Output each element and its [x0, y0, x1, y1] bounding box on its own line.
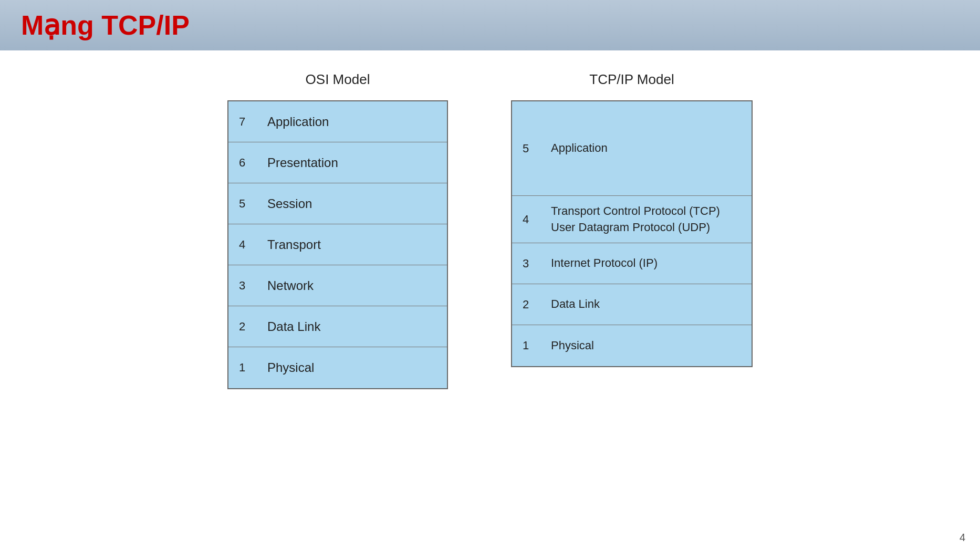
osi-layer-row: 4 Transport [228, 224, 447, 265]
tcpip-layer-row: 2 Data Link [512, 284, 752, 325]
header-banner: Mạng TCP/IP [0, 0, 980, 50]
osi-layer-num: 6 [239, 156, 258, 170]
osi-layer-name: Data Link [267, 319, 320, 334]
tcpip-layer-name: Data Link [551, 296, 600, 313]
tcpip-layer-row: 3 Internet Protocol (IP) [512, 243, 752, 284]
tcpip-layer-name: Physical [551, 338, 594, 354]
page-title: Mạng TCP/IP [21, 10, 190, 40]
tcpip-model-title: TCP/IP Model [589, 71, 674, 88]
page-number: 4 [960, 532, 965, 544]
osi-layer-row: 2 Data Link [228, 306, 447, 347]
osi-layer-name: Network [267, 278, 314, 293]
tcpip-layer-row: 5 Application [512, 101, 752, 196]
osi-layer-name: Application [267, 115, 329, 129]
tcpip-layer-name: Application [551, 140, 608, 157]
tcpip-layer-name: Internet Protocol (IP) [551, 255, 658, 272]
tcpip-layer-row: 1 Physical [512, 325, 752, 366]
tcpip-layer-name: Transport Control Protocol (TCP)User Dat… [551, 203, 720, 236]
osi-layer-num: 3 [239, 279, 258, 293]
tcpip-layer-num: 1 [523, 339, 541, 352]
tcpip-layer-row: 4 Transport Control Protocol (TCP)User D… [512, 196, 752, 243]
tcpip-layer-num: 2 [523, 298, 541, 311]
osi-layer-row: 3 Network [228, 265, 447, 306]
tcpip-model-container: TCP/IP Model 5 Application 4 Transport C… [511, 71, 753, 367]
osi-table: 7 Application 6 Presentation 5 Session 4… [227, 100, 448, 389]
content-area: OSI Model 7 Application 6 Presentation 5… [0, 66, 980, 394]
osi-layer-row: 1 Physical [228, 347, 447, 388]
osi-layer-row: 5 Session [228, 183, 447, 224]
osi-layer-name: Session [267, 196, 312, 211]
tcpip-layer-num: 5 [523, 142, 541, 155]
osi-layer-num: 7 [239, 115, 258, 129]
osi-layer-name: Physical [267, 360, 314, 375]
tcpip-table: 5 Application 4 Transport Control Protoc… [511, 100, 753, 367]
osi-layer-num: 1 [239, 361, 258, 375]
osi-layer-row: 7 Application [228, 101, 447, 142]
tcpip-layer-num: 4 [523, 213, 541, 226]
osi-layer-num: 4 [239, 238, 258, 252]
osi-layer-name: Transport [267, 237, 321, 252]
osi-layer-num: 2 [239, 320, 258, 334]
osi-model-title: OSI Model [306, 71, 370, 88]
osi-model-container: OSI Model 7 Application 6 Presentation 5… [227, 71, 448, 389]
osi-layer-row: 6 Presentation [228, 142, 447, 183]
osi-layer-name: Presentation [267, 155, 338, 170]
osi-layer-num: 5 [239, 197, 258, 211]
tcpip-layer-num: 3 [523, 257, 541, 271]
